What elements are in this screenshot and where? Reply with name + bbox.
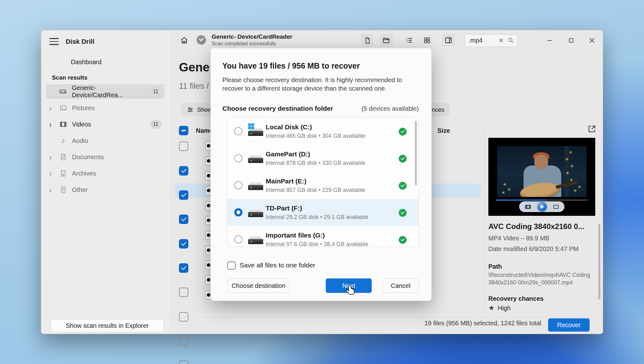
snapshot-icon[interactable] (525, 205, 531, 209)
file-title: AVC Coding 3840x2160 0... (488, 222, 592, 231)
recovery-chances-value: High (498, 305, 511, 312)
chevron-right-icon[interactable]: › (49, 185, 54, 194)
list-view-button[interactable] (403, 34, 416, 47)
drive-row-local-disk-c[interactable]: Local Disk (C:) Internal 465 GB disk • 3… (227, 118, 419, 145)
row-checkbox[interactable] (179, 336, 188, 346)
panel-scrollbar[interactable] (598, 224, 600, 300)
preview-panel-button[interactable] (442, 34, 455, 47)
sidebar-item-archives[interactable]: › Archives (46, 166, 164, 181)
sidebar-item-audio[interactable]: › ♪ Audio (46, 133, 164, 148)
devices-available-note: (5 devices available) (362, 105, 419, 112)
row-checkbox[interactable] (179, 312, 188, 322)
row-checkbox[interactable] (179, 166, 188, 176)
maximize-icon (569, 38, 574, 43)
sidebar-item-dashboard[interactable]: › Dashboard (46, 55, 164, 69)
radio-button[interactable] (234, 154, 242, 162)
sidebar-item-other[interactable]: › Other (46, 182, 164, 197)
drive-row-important-files-g[interactable]: Important files (G:) Internal 97.6 GB di… (227, 226, 419, 247)
chevron-right-icon[interactable]: › (49, 169, 54, 177)
drive-row-mainpart-e[interactable]: MainPart (E:) Internal 857 GB disk • 229… (227, 172, 419, 199)
drive-ok-check-icon (399, 128, 407, 136)
video-frame (497, 146, 586, 197)
list-view-icon (406, 36, 413, 44)
close-icon (589, 38, 595, 43)
sidebar-item-pictures[interactable]: › Pictures (46, 101, 164, 115)
selection-status: 19 files (956 MB) selected, 1242 files t… (425, 320, 541, 327)
file-view-icon (364, 37, 371, 44)
row-checkbox[interactable] (179, 215, 188, 224)
archive-icon (59, 170, 67, 177)
sidebar-item-label: Documents (72, 154, 104, 161)
file-icon (59, 186, 67, 193)
chevron-right-icon[interactable]: › (49, 104, 54, 112)
close-button[interactable] (585, 34, 598, 47)
row-checkbox[interactable] (179, 288, 188, 297)
mouse-cursor (345, 285, 356, 297)
folder-view-icon (382, 36, 390, 44)
video-preview[interactable] (488, 138, 595, 216)
sidebar-item-videos[interactable]: › Videos 11 (46, 117, 164, 132)
filters-icon (187, 107, 193, 113)
drive-row-td-part-f[interactable]: TD-Part (F:) Internal 29.2 GB disk • 29.… (227, 199, 419, 226)
minimize-button[interactable] (543, 34, 556, 47)
topbar: Generic- Device/CardReader Scan complete… (169, 30, 603, 50)
radio-button[interactable] (234, 181, 242, 189)
hamburger-menu-icon[interactable] (49, 38, 59, 45)
music-icon: ♪ (59, 136, 67, 145)
clear-search-icon[interactable] (498, 38, 504, 43)
search-input[interactable] (469, 35, 497, 46)
save-to-one-folder-checkbox[interactable] (227, 261, 236, 270)
play-button[interactable] (537, 202, 547, 211)
scan-complete-check-icon (197, 35, 206, 45)
drive-row-gamepart-d[interactable]: GamePart (D:) Internal 878 GB disk • 330… (227, 145, 419, 172)
destination-drive-list: Local Disk (C:) Internal 465 GB disk • 3… (227, 117, 419, 247)
row-checkbox[interactable] (179, 263, 188, 273)
destination-section-label: Choose recovery destination folder (222, 105, 333, 112)
grid-view-icon (424, 37, 430, 44)
sidebar-item-documents[interactable]: › Documents (46, 150, 164, 164)
cancel-button[interactable]: Cancel (382, 278, 419, 293)
sidebar-item-label: Generic- Device/CardRea... (72, 84, 145, 99)
document-icon (59, 153, 67, 161)
home-icon (180, 36, 188, 44)
chevron-right-icon[interactable]: › (49, 153, 54, 161)
row-checkbox[interactable] (179, 361, 188, 364)
sidebar-item-label: Other (72, 186, 88, 193)
column-header-size: Size (437, 127, 450, 134)
select-all-checkbox[interactable] (179, 126, 188, 135)
open-preview-button[interactable] (588, 125, 596, 133)
play-icon (541, 205, 544, 209)
folder-view-button[interactable] (380, 34, 393, 47)
maximize-button[interactable] (564, 34, 578, 47)
sidebar: Disk Drill › Dashboard Scan results › Ge… (41, 30, 169, 334)
radio-button[interactable] (234, 127, 242, 135)
sidebar-item-device[interactable]: › Generic- Device/CardRea... 11 (46, 84, 164, 99)
grid-view-button[interactable] (420, 34, 434, 47)
row-checkbox[interactable] (179, 142, 188, 151)
row-checkbox[interactable] (179, 239, 188, 249)
home-button[interactable] (178, 34, 191, 47)
radio-button-selected[interactable] (234, 208, 242, 216)
row-checkbox[interactable] (179, 190, 188, 200)
open-in-new-icon (588, 125, 596, 133)
radio-button[interactable] (234, 235, 242, 244)
device-badge: 11 (150, 87, 161, 96)
show-in-explorer-button[interactable]: Show scan results in Explorer (51, 319, 164, 332)
sidebar-item-label: Archives (72, 170, 96, 177)
video-progress-bar[interactable] (496, 199, 588, 201)
file-count-subheading: 11 files / (179, 81, 209, 91)
recover-button[interactable]: Recover (548, 318, 590, 332)
scan-results-section-label: Scan results (52, 74, 87, 81)
preview-panel-icon (445, 36, 452, 44)
hard-drive-icon (248, 181, 263, 191)
search-icon[interactable] (508, 37, 514, 43)
sidebar-item-label: Videos (72, 121, 91, 128)
export-frame-icon[interactable] (553, 205, 558, 209)
file-view-button[interactable] (361, 34, 374, 47)
choose-destination-button[interactable]: Choose destination (227, 278, 290, 293)
app-title: Disk Drill (66, 38, 94, 45)
hard-drive-icon (248, 154, 263, 164)
chevron-right-icon[interactable]: › (49, 120, 54, 128)
drive-list-scrollbar[interactable] (415, 121, 417, 185)
hard-drive-icon (248, 235, 263, 245)
